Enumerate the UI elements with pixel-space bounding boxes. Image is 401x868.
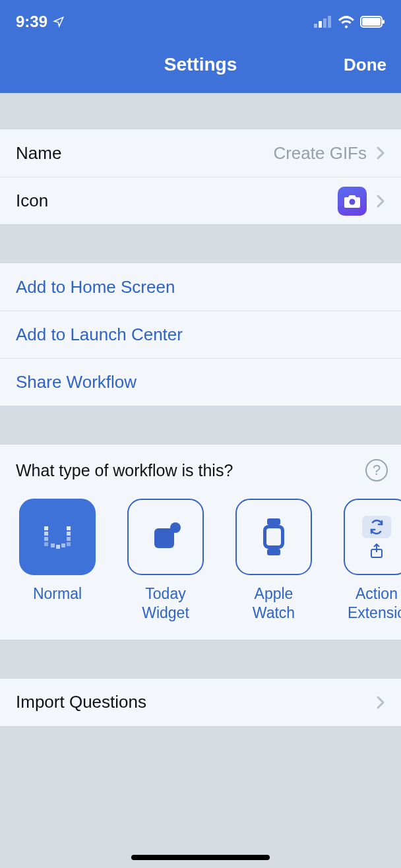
svg-point-20 (170, 522, 181, 533)
icon-row[interactable]: Icon (0, 177, 401, 224)
svg-rect-9 (44, 532, 48, 536)
sync-icon (369, 519, 385, 535)
apple-watch-icon (258, 517, 290, 557)
nav-bar: Settings Done (0, 36, 401, 93)
row-label: Import Questions (16, 692, 146, 712)
svg-rect-15 (67, 526, 71, 530)
tile-label: Action Extensio (348, 584, 401, 623)
tile-label: Apple Watch (253, 584, 295, 623)
import-questions-row[interactable]: Import Questions (0, 679, 401, 726)
svg-rect-14 (61, 543, 65, 547)
add-launch-center-button[interactable]: Add to Launch Center (0, 311, 401, 358)
home-indicator (131, 855, 270, 860)
svg-rect-18 (67, 542, 71, 546)
svg-rect-5 (362, 18, 381, 26)
tile-action (344, 499, 401, 575)
svg-rect-6 (383, 20, 385, 24)
today-widget-icon (147, 518, 184, 555)
icon-label: Icon (16, 191, 48, 211)
tile-today (127, 499, 204, 575)
workflow-type-apple-watch[interactable]: Apple Watch (232, 499, 315, 623)
battery-icon (360, 16, 385, 28)
row-label: Share Workflow (16, 372, 137, 392)
svg-rect-8 (44, 526, 48, 530)
done-button[interactable]: Done (344, 55, 386, 75)
svg-rect-12 (51, 543, 55, 547)
svg-rect-19 (154, 528, 174, 548)
workflow-type-question: What type of workflow is this? (16, 461, 233, 480)
header: 9:39 Settings Done (0, 0, 401, 93)
share-workflow-button[interactable]: Share Workflow (0, 358, 401, 406)
workflow-type-action-extension[interactable]: Action Extensio (340, 499, 401, 623)
workflow-glyph-icon (38, 517, 77, 557)
nav-title: Settings (164, 54, 237, 75)
workflow-type-section: What type of workflow is this? ? Normal (0, 444, 401, 640)
svg-rect-17 (67, 537, 71, 541)
name-row[interactable]: Name Create GIFs (0, 129, 401, 177)
svg-rect-3 (328, 16, 331, 28)
tile-label: Today Widget (142, 584, 189, 623)
location-icon (53, 16, 65, 28)
svg-rect-1 (319, 21, 322, 28)
svg-rect-11 (44, 542, 48, 546)
workflow-type-options: Normal Today Widget Ap (16, 499, 401, 623)
chevron-right-icon (376, 194, 385, 208)
svg-rect-24 (266, 528, 281, 545)
name-value: Create GIFs (61, 143, 376, 164)
add-home-screen-button[interactable]: Add to Home Screen (0, 263, 401, 311)
svg-rect-21 (267, 518, 280, 525)
import-group: Import Questions (0, 678, 401, 727)
share-icon (370, 543, 383, 558)
row-label: Add to Launch Center (16, 325, 183, 345)
workflow-icon-preview (338, 187, 367, 216)
camera-icon (344, 194, 361, 208)
tile-watch (235, 499, 312, 575)
svg-rect-22 (267, 549, 280, 555)
chevron-right-icon (376, 695, 385, 710)
help-icon[interactable]: ? (365, 459, 388, 481)
status-bar: 9:39 (0, 0, 401, 36)
wifi-icon (338, 15, 355, 28)
svg-rect-13 (56, 545, 60, 549)
cellular-icon (314, 16, 332, 28)
workflow-type-normal[interactable]: Normal (16, 499, 99, 623)
status-time: 9:39 (16, 13, 47, 31)
tile-label: Normal (33, 584, 82, 604)
name-label: Name (16, 143, 61, 164)
row-label: Add to Home Screen (16, 277, 175, 297)
workflow-type-today-widget[interactable]: Today Widget (124, 499, 207, 623)
svg-rect-10 (44, 537, 48, 541)
tile-normal (19, 499, 96, 575)
chevron-right-icon (376, 146, 385, 160)
svg-point-7 (350, 199, 355, 204)
actions-group: Add to Home Screen Add to Launch Center … (0, 263, 401, 406)
svg-rect-16 (67, 532, 71, 536)
svg-rect-0 (314, 24, 317, 28)
svg-rect-2 (323, 18, 326, 28)
info-group: Name Create GIFs Icon (0, 129, 401, 225)
